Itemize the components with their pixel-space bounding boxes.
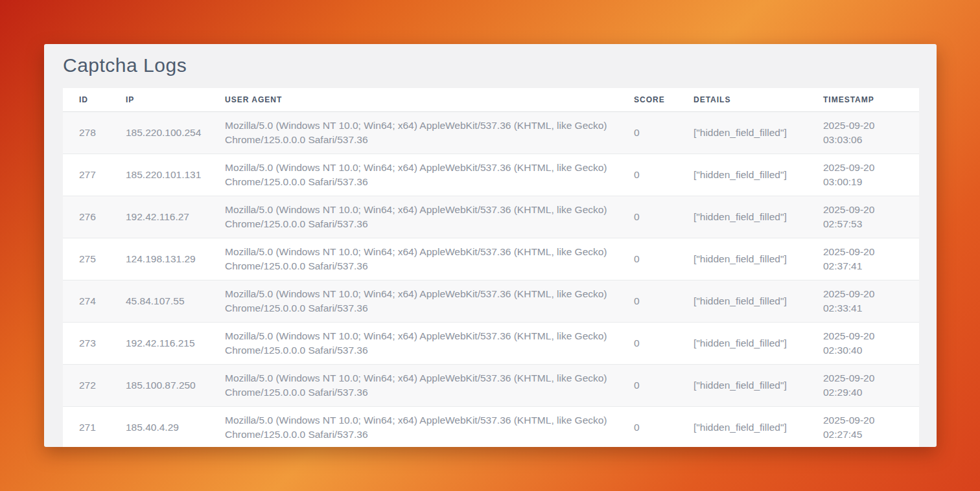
cell-id: 272	[63, 364, 110, 406]
column-header-details: DETAILS	[677, 88, 807, 111]
table-row: 276 192.42.116.27 Mozilla/5.0 (Windows N…	[63, 196, 919, 238]
column-header-id: ID	[63, 88, 110, 111]
cell-id: 278	[63, 111, 110, 154]
cell-id: 273	[63, 322, 110, 364]
cell-user-agent: Mozilla/5.0 (Windows NT 10.0; Win64; x64…	[209, 280, 618, 322]
cell-score: 0	[618, 154, 677, 196]
cell-user-agent: Mozilla/5.0 (Windows NT 10.0; Win64; x64…	[209, 196, 618, 238]
cell-ip: 185.220.100.254	[110, 111, 209, 154]
captcha-logs-card: Captcha Logs ID IP USER AGENT SCORE DETA…	[44, 44, 937, 447]
cell-timestamp: 2025-09-20 02:37:41	[807, 238, 919, 280]
cell-id: 277	[63, 154, 110, 196]
cell-timestamp: 2025-09-20 02:30:40	[807, 322, 919, 364]
cell-user-agent: Mozilla/5.0 (Windows NT 10.0; Win64; x64…	[209, 364, 618, 406]
cell-score: 0	[618, 364, 677, 406]
cell-score: 0	[618, 406, 677, 447]
cell-details: ["hidden_field_filled"]	[677, 154, 807, 196]
captcha-logs-table-container: ID IP USER AGENT SCORE DETAILS TIMESTAMP…	[63, 88, 918, 447]
cell-details: ["hidden_field_filled"]	[677, 406, 807, 447]
table-header-row: ID IP USER AGENT SCORE DETAILS TIMESTAMP	[63, 88, 919, 111]
cell-ip: 192.42.116.27	[110, 196, 209, 238]
cell-user-agent: Mozilla/5.0 (Windows NT 10.0; Win64; x64…	[209, 322, 618, 364]
cell-ip: 185.220.101.131	[110, 154, 209, 196]
cell-user-agent: Mozilla/5.0 (Windows NT 10.0; Win64; x64…	[209, 238, 618, 280]
cell-score: 0	[618, 196, 677, 238]
cell-ip: 45.84.107.55	[110, 280, 209, 322]
cell-id: 276	[63, 196, 110, 238]
column-header-user-agent: USER AGENT	[209, 88, 618, 111]
cell-timestamp: 2025-09-20 02:33:41	[807, 280, 919, 322]
cell-user-agent: Mozilla/5.0 (Windows NT 10.0; Win64; x64…	[209, 111, 618, 154]
cell-details: ["hidden_field_filled"]	[677, 280, 807, 322]
cell-details: ["hidden_field_filled"]	[677, 322, 807, 364]
cell-ip: 124.198.131.29	[110, 238, 209, 280]
column-header-timestamp: TIMESTAMP	[807, 88, 919, 111]
cell-ip: 185.40.4.29	[110, 406, 209, 447]
table-row: 277 185.220.101.131 Mozilla/5.0 (Windows…	[63, 154, 919, 196]
cell-timestamp: 2025-09-20 03:03:06	[807, 111, 919, 154]
cell-score: 0	[618, 238, 677, 280]
cell-ip: 192.42.116.215	[110, 322, 209, 364]
table-row: 272 185.100.87.250 Mozilla/5.0 (Windows …	[63, 364, 919, 406]
page-background: { "page": { "title": "Captcha Logs" }, "…	[0, 0, 980, 491]
column-header-ip: IP	[110, 88, 209, 111]
cell-score: 0	[618, 111, 677, 154]
cell-id: 271	[63, 406, 110, 447]
cell-details: ["hidden_field_filled"]	[677, 364, 807, 406]
table-row: 275 124.198.131.29 Mozilla/5.0 (Windows …	[63, 238, 919, 280]
cell-details: ["hidden_field_filled"]	[677, 196, 807, 238]
cell-ip: 185.100.87.250	[110, 364, 209, 406]
table-body: 278 185.220.100.254 Mozilla/5.0 (Windows…	[63, 111, 919, 447]
captcha-logs-table: ID IP USER AGENT SCORE DETAILS TIMESTAMP…	[63, 88, 919, 447]
cell-user-agent: Mozilla/5.0 (Windows NT 10.0; Win64; x64…	[209, 406, 618, 447]
cell-timestamp: 2025-09-20 02:57:53	[807, 196, 919, 238]
cell-id: 275	[63, 238, 110, 280]
table-row: 273 192.42.116.215 Mozilla/5.0 (Windows …	[63, 322, 919, 364]
cell-details: ["hidden_field_filled"]	[677, 238, 807, 280]
cell-timestamp: 2025-09-20 02:29:40	[807, 364, 919, 406]
cell-id: 274	[63, 280, 110, 322]
table-row: 274 45.84.107.55 Mozilla/5.0 (Windows NT…	[63, 280, 919, 322]
page-title: Captcha Logs	[63, 54, 918, 76]
cell-timestamp: 2025-09-20 03:00:19	[807, 154, 919, 196]
cell-score: 0	[618, 280, 677, 322]
cell-user-agent: Mozilla/5.0 (Windows NT 10.0; Win64; x64…	[209, 154, 618, 196]
cell-details: ["hidden_field_filled"]	[677, 111, 807, 154]
table-row: 271 185.40.4.29 Mozilla/5.0 (Windows NT …	[63, 406, 919, 447]
cell-timestamp: 2025-09-20 02:27:45	[807, 406, 919, 447]
column-header-score: SCORE	[618, 88, 677, 111]
table-row: 278 185.220.100.254 Mozilla/5.0 (Windows…	[63, 111, 919, 154]
cell-score: 0	[618, 322, 677, 364]
